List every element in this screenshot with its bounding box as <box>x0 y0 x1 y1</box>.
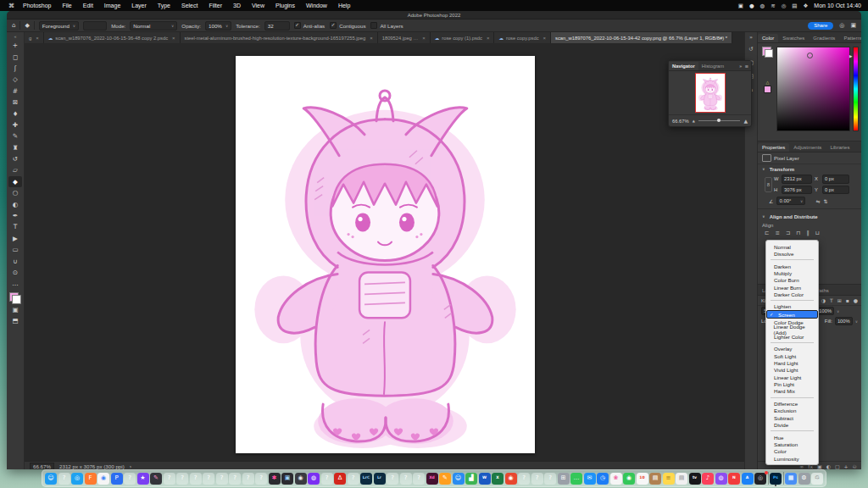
color-cursor[interactable] <box>807 53 813 58</box>
dock-icon[interactable]: ❀ <box>610 473 622 485</box>
document-tab[interactable]: 1809524.jpeg … × <box>378 32 431 43</box>
menu-item[interactable]: Type <box>158 3 170 8</box>
blend-mode-option[interactable]: Darken <box>766 263 818 269</box>
x-field[interactable]: 0 px <box>822 175 849 184</box>
tool-button[interactable]: ✚ <box>8 119 22 130</box>
layers-bottom-icon[interactable]: ▢ <box>835 463 840 469</box>
dock-icon[interactable]: ⊞ <box>558 473 570 485</box>
height-field[interactable]: 3076 px <box>782 186 812 195</box>
dock-icon[interactable]: ◉ <box>623 473 635 485</box>
dock-icon[interactable]: ▦ <box>785 473 797 485</box>
dock-icon[interactable]: 10 <box>637 473 648 485</box>
dock-icon[interactable]: ▤ <box>649 473 661 485</box>
search-icon[interactable]: ◎ <box>839 22 844 29</box>
dock-icon[interactable]: ? <box>216 473 228 485</box>
menu-item[interactable]: Select <box>181 3 198 8</box>
panel-tab[interactable]: Patterns <box>839 34 861 42</box>
tool-button[interactable]: ∪ <box>8 255 22 266</box>
dock-icon[interactable]: P <box>111 473 123 485</box>
blend-mode-option[interactable]: Linear Burn <box>766 284 818 291</box>
align-icon[interactable]: ≡ <box>775 230 779 236</box>
tab-close-icon[interactable]: × <box>422 36 426 41</box>
tool-button[interactable]: ▱ <box>8 164 22 175</box>
dock-icon[interactable]: ◉ <box>505 473 517 485</box>
quick-mask-button[interactable]: ▣ <box>8 304 22 315</box>
tool-button[interactable]: ✒ <box>8 210 22 221</box>
dock-icon[interactable]: ▣ <box>281 473 293 485</box>
tool-button[interactable]: + <box>8 40 22 51</box>
layers-bottom-icon[interactable]: + <box>844 463 849 469</box>
tool-button[interactable]: ♦ <box>8 108 22 119</box>
dock-icon[interactable]: ≡ <box>663 473 675 485</box>
blend-mode-option[interactable]: Hue <box>766 434 818 441</box>
blend-mode-option[interactable] <box>771 300 814 301</box>
blend-mode-option[interactable]: Divide <box>766 421 818 428</box>
tab-close-icon[interactable]: × <box>370 36 373 41</box>
dock-icon[interactable]: LrC <box>360 473 372 485</box>
navigator-thumbnail[interactable] <box>696 74 725 112</box>
tool-button[interactable]: T <box>8 221 22 232</box>
dock-icon[interactable]: ◎ <box>754 473 766 485</box>
blend-mode-option[interactable] <box>771 342 814 343</box>
layer-filter-icon[interactable]: ◑ <box>821 297 826 303</box>
menu-item[interactable]: Window <box>306 3 327 8</box>
dock-icon[interactable]: ◍ <box>715 473 727 485</box>
gamut-swatch[interactable] <box>764 86 771 93</box>
menu-item[interactable]: Filter <box>209 3 222 8</box>
menu-item[interactable]: Help <box>338 3 350 8</box>
dock-icon[interactable]: ? <box>413 473 425 485</box>
blend-mode-option[interactable]: Hard Mix <box>766 388 818 395</box>
dock-icon[interactable] <box>783 472 784 485</box>
menu-item[interactable]: Edit <box>83 3 93 8</box>
dock-icon[interactable]: ✱ <box>269 473 281 485</box>
artboard[interactable] <box>236 56 535 453</box>
dock-icon[interactable]: ? <box>164 473 175 485</box>
zoom-in-mountain-icon[interactable]: ▲ <box>743 118 748 124</box>
foreground-background-swatches[interactable] <box>9 292 21 304</box>
dock-icon[interactable]: ★ <box>137 473 149 485</box>
dock-icon[interactable]: ▟ <box>465 473 477 485</box>
dock-icon[interactable]: ✎ <box>150 473 162 485</box>
align-icon[interactable]: ⊔ <box>815 230 820 236</box>
status-chevron-icon[interactable]: › <box>130 463 131 469</box>
color-field[interactable] <box>776 47 850 131</box>
document-tab[interactable]: ☁ scan_w1897076_2022-10-06-15-36-48 copy… <box>44 32 181 43</box>
dock-icon[interactable]: ? <box>321 473 333 485</box>
tool-button[interactable]: ⊠ <box>8 97 22 108</box>
tool-button[interactable]: ◇ <box>8 74 22 85</box>
dock-icon[interactable]: ✎ <box>439 473 451 485</box>
dock-icon[interactable]: Lr <box>374 473 386 485</box>
dock-icon[interactable]: ? <box>348 473 359 485</box>
tool-button[interactable]: ◐ <box>8 198 22 209</box>
navigator-zoom-value[interactable]: 66.67% <box>672 119 689 124</box>
menu-item[interactable]: Image <box>104 3 120 8</box>
layers-bottom-icon[interactable]: ♲ <box>853 463 857 469</box>
blend-mode-option[interactable]: Subtract <box>766 414 818 421</box>
blend-mode-option[interactable]: Normal <box>766 243 818 250</box>
dock-icon[interactable]: ? <box>255 473 267 485</box>
width-field[interactable]: 2312 px <box>782 175 812 184</box>
blend-mode-option[interactable]: Color Burn <box>766 277 818 284</box>
screen-mode-button[interactable]: ⬒ <box>8 315 22 326</box>
tool-button[interactable]: # <box>8 86 22 97</box>
blend-mode-option[interactable] <box>771 430 814 431</box>
share-button[interactable]: Share <box>808 22 833 30</box>
document-tab[interactable]: steel-metal-aluminum-brushed-high-resolu… <box>181 32 378 43</box>
menu-item[interactable]: Plugins <box>275 3 295 8</box>
menubar-status-icon[interactable]: ◍ <box>760 3 765 9</box>
dock-icon[interactable]: ? <box>242 473 254 485</box>
tool-button[interactable]: ♜ <box>8 142 22 153</box>
menubar-status-icon[interactable]: ● <box>749 3 754 9</box>
dock-icon[interactable]: ☺ <box>45 473 57 485</box>
fill-source-select[interactable]: Foreground ∨ <box>39 21 79 30</box>
home-icon[interactable]: ⌂ <box>12 22 15 29</box>
navigator-tab[interactable]: Navigator <box>669 62 698 70</box>
panel-tab[interactable]: Properties <box>758 143 789 152</box>
paint-bucket-preset-icon[interactable]: ◆ <box>25 22 29 29</box>
blend-mode-option[interactable]: Saturation <box>766 441 818 447</box>
panel-menu-icon[interactable]: ≡ <box>744 64 748 69</box>
opacity-select[interactable]: 100% ∨ <box>205 21 231 30</box>
align-icon[interactable]: ⊓ <box>796 230 800 236</box>
blend-mode-option[interactable]: Vivid Light <box>766 367 818 374</box>
apple-menu-icon[interactable]: ⌘ <box>8 3 14 9</box>
